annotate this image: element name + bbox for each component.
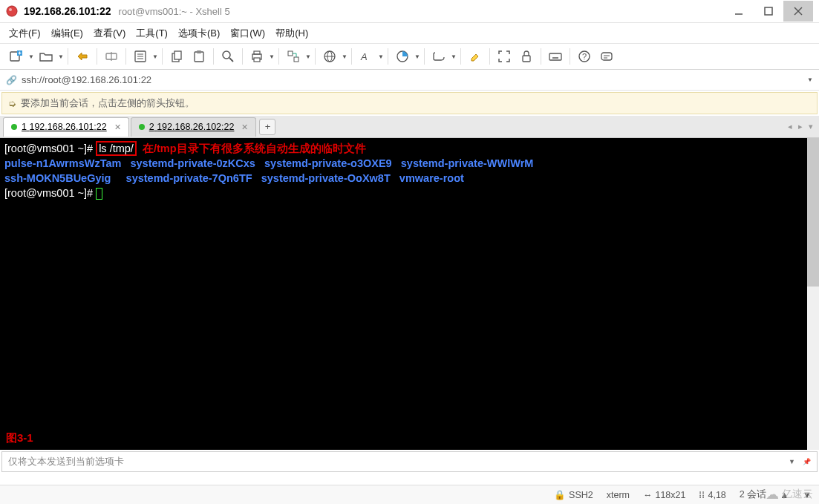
terminal-scrollbar[interactable] bbox=[807, 138, 819, 450]
address-url[interactable]: ssh://root@192.168.26.101:22 bbox=[22, 74, 151, 85]
cloud-icon: ☁ bbox=[766, 486, 779, 503]
transfer-icon[interactable] bbox=[283, 46, 304, 67]
svg-rect-3 bbox=[765, 7, 772, 15]
script-icon[interactable] bbox=[428, 46, 449, 67]
status-sessions: 2 会话 bbox=[740, 488, 766, 501]
svg-line-21 bbox=[229, 58, 233, 62]
menu-window[interactable]: 窗口(W) bbox=[230, 27, 265, 40]
font-dropdown[interactable]: ▼ bbox=[378, 46, 384, 67]
svg-rect-23 bbox=[254, 51, 260, 54]
svg-rect-41 bbox=[601, 53, 612, 60]
tab-prev-icon[interactable]: ◂ bbox=[785, 122, 795, 131]
address-dropdown[interactable]: ▼ bbox=[807, 70, 813, 91]
transfer-dropdown[interactable]: ▼ bbox=[305, 46, 311, 67]
menu-view[interactable]: 查看(V) bbox=[94, 27, 125, 40]
status-protocol: 🔒SSH2 bbox=[554, 489, 593, 500]
close-button[interactable] bbox=[783, 1, 813, 22]
svg-rect-25 bbox=[288, 51, 293, 56]
watermark: ☁ 亿速云 bbox=[766, 486, 813, 503]
help-icon[interactable]: ? bbox=[574, 46, 595, 67]
menu-file[interactable]: 文件(F) bbox=[9, 27, 41, 40]
list-item: ssh-MOKN5BUeGyig bbox=[4, 172, 111, 184]
svg-text:?: ? bbox=[582, 52, 587, 61]
print-dropdown[interactable]: ▼ bbox=[269, 46, 275, 67]
shell-prompt: [root@vms001 ~]# bbox=[4, 143, 93, 154]
status-term-type: xterm bbox=[607, 490, 630, 500]
menu-help[interactable]: 帮助(H) bbox=[275, 27, 308, 40]
svg-text:A: A bbox=[360, 51, 368, 62]
tab-close-icon[interactable]: ✕ bbox=[241, 122, 248, 132]
menu-edit[interactable]: 编辑(E) bbox=[51, 27, 83, 40]
annotation-text: 在/tmp目录下有很多系统自动生成的临时文件 bbox=[143, 143, 366, 154]
resize-icon: ↔ bbox=[643, 490, 653, 500]
tab-bar: 1 192.168.26.101:22 ✕ 2 192.168.26.102:2… bbox=[0, 116, 819, 138]
svg-point-20 bbox=[223, 51, 230, 59]
print-icon[interactable] bbox=[247, 46, 267, 67]
tip-arrow-icon[interactable]: ➭ bbox=[8, 98, 16, 109]
send-pin-icon[interactable]: 📌 bbox=[803, 458, 811, 465]
copy-icon[interactable] bbox=[166, 46, 187, 67]
lock-icon[interactable] bbox=[516, 46, 537, 67]
figure-label: 图3-1 bbox=[6, 431, 33, 445]
list-item: systemd-private-7Qn6TF bbox=[126, 172, 252, 184]
send-input-placeholder: 仅将文本发送到当前选项卡 bbox=[8, 455, 124, 468]
new-session-icon[interactable] bbox=[6, 46, 27, 67]
fullscreen-icon[interactable] bbox=[494, 46, 515, 67]
menu-tab[interactable]: 选项卡(B) bbox=[178, 27, 220, 40]
tab-menu-icon[interactable]: ▾ bbox=[806, 122, 816, 131]
color-scheme-dropdown[interactable]: ▼ bbox=[414, 46, 420, 67]
keyboard-icon[interactable] bbox=[545, 46, 566, 67]
app-logo-icon bbox=[6, 5, 18, 17]
encoding-dropdown[interactable]: ▼ bbox=[342, 46, 347, 67]
tab-next-icon[interactable]: ▸ bbox=[795, 122, 806, 131]
font-icon[interactable]: A bbox=[356, 46, 376, 67]
search-icon[interactable] bbox=[218, 46, 238, 67]
title-subtitle: root@vms001:~ - Xshell 5 bbox=[119, 6, 230, 17]
encoding-icon[interactable] bbox=[319, 46, 340, 67]
reconnect-icon[interactable] bbox=[72, 46, 93, 67]
send-input-bar[interactable]: 仅将文本发送到当前选项卡 ▼ 📌 bbox=[1, 451, 818, 472]
paste-icon[interactable] bbox=[189, 46, 209, 67]
open-session-dropdown[interactable]: ▼ bbox=[58, 46, 64, 67]
status-dot-icon bbox=[139, 124, 145, 130]
compose-icon[interactable] bbox=[596, 46, 617, 67]
open-session-icon[interactable] bbox=[36, 46, 56, 67]
title-ip: 192.168.26.101:22 bbox=[24, 5, 111, 17]
svg-rect-19 bbox=[197, 50, 201, 53]
list-item: systemd-private-0zKCxs bbox=[130, 157, 255, 169]
title-bar: 192.168.26.101:22 root@vms001:~ - Xshell… bbox=[0, 0, 819, 22]
command-highlight: ls /tmp/ bbox=[96, 141, 137, 156]
maximize-button[interactable] bbox=[754, 1, 783, 22]
tab-close-icon[interactable]: ✕ bbox=[114, 122, 121, 132]
tip-text: 要添加当前会话，点击左侧的箭头按钮。 bbox=[21, 96, 195, 110]
session-link-icon: 🔗 bbox=[6, 75, 17, 85]
grid-icon: ⁞⁞ bbox=[699, 489, 705, 500]
svg-rect-32 bbox=[523, 56, 530, 62]
add-tab-button[interactable]: + bbox=[259, 119, 275, 135]
session-tab-1[interactable]: 1 192.168.26.101:22 ✕ bbox=[3, 117, 129, 137]
menu-tools[interactable]: 工具(T) bbox=[136, 27, 168, 40]
properties-dropdown[interactable]: ▼ bbox=[152, 46, 158, 67]
list-item: systemd-private-WWlWrM bbox=[401, 157, 534, 169]
menu-bar: 文件(F) 编辑(E) 查看(V) 工具(T) 选项卡(B) 窗口(W) 帮助(… bbox=[0, 22, 819, 43]
lock-small-icon: 🔒 bbox=[554, 489, 566, 500]
disconnect-icon[interactable] bbox=[101, 46, 122, 67]
svg-point-1 bbox=[9, 8, 12, 11]
status-size: ↔118x21 bbox=[643, 490, 686, 500]
terminal[interactable]: [root@vms001 ~]# ls /tmp/ 在/tmp目录下有很多系统自… bbox=[0, 138, 819, 450]
status-cursor-pos: ⁞⁞4,18 bbox=[699, 489, 725, 500]
toolbar: ▼ ▼ ▼ ▼ ▼ ▼ A ▼ ▼ ▼ ? bbox=[0, 43, 819, 70]
send-target-dropdown[interactable]: ▼ bbox=[789, 458, 795, 465]
address-bar: 🔗 ssh://root@192.168.26.101:22 ▼ bbox=[0, 70, 819, 91]
color-scheme-icon[interactable] bbox=[392, 46, 413, 67]
svg-rect-26 bbox=[294, 57, 298, 62]
tip-bar: ➭ 要添加当前会话，点击左侧的箭头按钮。 bbox=[1, 92, 818, 114]
script-dropdown[interactable]: ▼ bbox=[451, 46, 457, 67]
svg-rect-33 bbox=[549, 53, 561, 60]
highlight-icon[interactable] bbox=[465, 46, 486, 67]
new-session-dropdown[interactable]: ▼ bbox=[28, 46, 34, 67]
session-tab-2[interactable]: 2 192.168.26.102:22 ✕ bbox=[131, 117, 257, 137]
minimize-button[interactable] bbox=[724, 1, 754, 22]
list-item: vmware-root bbox=[399, 172, 464, 184]
properties-icon[interactable] bbox=[130, 46, 151, 67]
